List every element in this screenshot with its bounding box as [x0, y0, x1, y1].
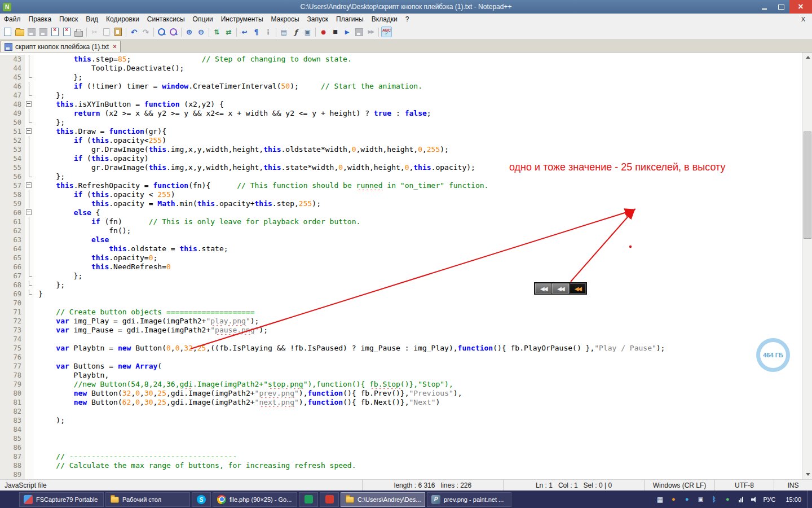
line-number: 81	[0, 398, 25, 407]
show-hidden-icons[interactable]: ▦	[656, 496, 664, 503]
menu-item-1[interactable]: Файл	[0, 14, 25, 24]
menu-item-6[interactable]: Синтаксисы	[143, 14, 189, 24]
code-line: 51 this.Draw = function(gr){	[0, 127, 802, 136]
open-file-icon[interactable]	[14, 27, 25, 37]
taskbar-green-app-button[interactable]	[299, 492, 318, 507]
save-macro-icon[interactable]	[354, 27, 364, 37]
stop-macro-icon[interactable]: ■	[330, 27, 341, 37]
toolbar-separator	[276, 28, 276, 37]
code-line: 46 if (!timer) timer = window.CreateTime…	[0, 82, 802, 91]
disk-usage-badge[interactable]: 464 ГБ	[756, 338, 790, 372]
taskbar-clock[interactable]: 15:00	[780, 491, 807, 508]
fold-toggle-icon[interactable]	[25, 208, 34, 217]
menu-item-3[interactable]: Поиск	[55, 14, 82, 24]
greenapp-icon	[304, 495, 313, 504]
menu-item-9[interactable]: Макросы	[267, 14, 303, 24]
taskbar-paintnet-button[interactable]: Pprev.png - paint.net ...	[427, 492, 511, 507]
fold-toggle-icon[interactable]	[25, 100, 34, 109]
taskbar-red-app-button[interactable]	[320, 492, 339, 507]
minimize-button[interactable]	[756, 0, 773, 14]
word-wrap-icon[interactable]: ↩	[239, 27, 250, 37]
code-line: 67 };	[0, 271, 802, 281]
scroll-up-icon[interactable]	[803, 52, 812, 62]
tray-bluetooth-icon[interactable]: ᛒ	[710, 496, 718, 503]
fold-margin	[25, 172, 34, 181]
menu-item-8[interactable]: Инструменты	[217, 14, 267, 24]
new-file-icon[interactable]	[2, 27, 13, 37]
taskbar-button-label: C:\Users\Andrey\Des...	[358, 496, 421, 503]
taskbar-desktop-toolbar[interactable]: Рабочий стол	[105, 492, 190, 507]
menu-item-10[interactable]: Запуск	[303, 14, 333, 24]
line-number: 47	[0, 91, 25, 100]
taskbar-browser-button[interactable]: file.php (90×25) - Go...	[213, 492, 297, 507]
monitor-icon[interactable]: ▣	[302, 27, 313, 37]
taskbar-explorer-button[interactable]: C:\Users\Andrey\Des...	[341, 492, 425, 507]
sync-horizontal-icon[interactable]: ⇄	[223, 27, 234, 37]
scroll-thumb[interactable]	[804, 132, 811, 239]
show-all-characters-icon[interactable]: ¶	[251, 27, 262, 37]
tab-active[interactable]: скрипт кнопок плейбэка (1).txt ×	[1, 41, 121, 52]
function-list-icon[interactable]: ƒ	[290, 27, 301, 37]
code-editor[interactable]: 43 this.step=85; // Step of changing to …	[0, 52, 802, 479]
vertical-scrollbar[interactable]	[802, 52, 812, 479]
tab-close-icon[interactable]: ×	[112, 43, 116, 50]
zoom-in-icon[interactable]: ⊕	[184, 27, 195, 37]
line-number: 60	[0, 208, 25, 217]
toolbar-separator	[86, 28, 87, 37]
redo-icon[interactable]: ↷	[140, 27, 151, 37]
code-text	[34, 353, 802, 362]
status-insert-mode: INS	[774, 480, 812, 491]
menu-item-7[interactable]: Опции	[189, 14, 217, 24]
save-file-icon[interactable]	[26, 27, 37, 37]
save-all-icon[interactable]	[38, 27, 48, 37]
fold-margin	[25, 461, 34, 470]
menu-item-13[interactable]: ?	[401, 14, 413, 24]
cut-icon[interactable]: ✂	[89, 27, 100, 37]
record-macro-icon[interactable]: ●	[318, 27, 329, 37]
show-desktop-button[interactable]	[807, 491, 812, 508]
menubar-close-icon[interactable]: X	[795, 16, 812, 23]
code-text: gr.DrawImage(this.img,x,y,width,height,t…	[34, 163, 802, 172]
sync-vertical-icon[interactable]: ⇅	[211, 27, 222, 37]
tray-antivirus-icon[interactable]: ●	[723, 496, 731, 503]
tray-app-icon[interactable]: ▣	[696, 496, 704, 503]
tray-network-icon[interactable]	[737, 496, 745, 503]
spell-check-icon[interactable]: ABC✓	[381, 27, 392, 37]
taskbar-skype-button[interactable]: S	[192, 492, 211, 507]
zoom-out-icon[interactable]: ⊖	[196, 27, 206, 37]
fold-toggle-icon[interactable]	[25, 127, 34, 136]
undo-icon[interactable]: ↶	[129, 27, 139, 37]
toolbar-separator	[378, 28, 379, 37]
play-macro-icon[interactable]: ▶	[342, 27, 352, 37]
tray-volume-icon[interactable]	[751, 496, 758, 503]
tray-skype-icon[interactable]: ●	[683, 496, 691, 503]
close-all-icon[interactable]: ×	[61, 27, 72, 37]
line-number: 63	[0, 235, 25, 244]
language-indicator[interactable]: РУС	[758, 491, 780, 508]
replace-icon[interactable]	[168, 27, 179, 37]
close-file-icon[interactable]: ×	[50, 27, 60, 37]
menu-item-2[interactable]: Правка	[25, 14, 56, 24]
line-number: 78	[0, 371, 25, 380]
status-length-lines: length : 6 316 lines : 226	[362, 480, 503, 491]
taskbar-fscapture-button[interactable]: FSCapture79 Portable	[19, 492, 104, 507]
document-map-icon[interactable]: ▤	[279, 27, 289, 37]
print-icon[interactable]	[73, 27, 84, 37]
fold-margin	[25, 109, 34, 118]
find-icon[interactable]	[156, 27, 167, 37]
close-button[interactable]	[789, 0, 812, 14]
maximize-button[interactable]	[773, 0, 789, 14]
run-macro-multiple-icon[interactable]: ▶▶	[365, 27, 376, 37]
menu-item-5[interactable]: Кодировки	[102, 14, 143, 24]
paste-icon[interactable]	[113, 27, 123, 37]
tray-fscapture-icon[interactable]: ●	[669, 496, 677, 503]
menu-item-11[interactable]: Плагины	[332, 14, 368, 24]
copy-icon[interactable]	[101, 27, 112, 37]
code-line: 70	[0, 299, 802, 308]
code-line: 88 // Calculate the max range of buttons…	[0, 461, 802, 470]
menu-item-12[interactable]: Вкладки	[368, 14, 401, 24]
menu-item-4[interactable]: Вид	[82, 14, 102, 24]
fold-toggle-icon[interactable]	[25, 181, 34, 190]
scroll-down-icon[interactable]	[803, 470, 812, 479]
indent-guide-icon[interactable]: ⋮	[263, 27, 273, 37]
